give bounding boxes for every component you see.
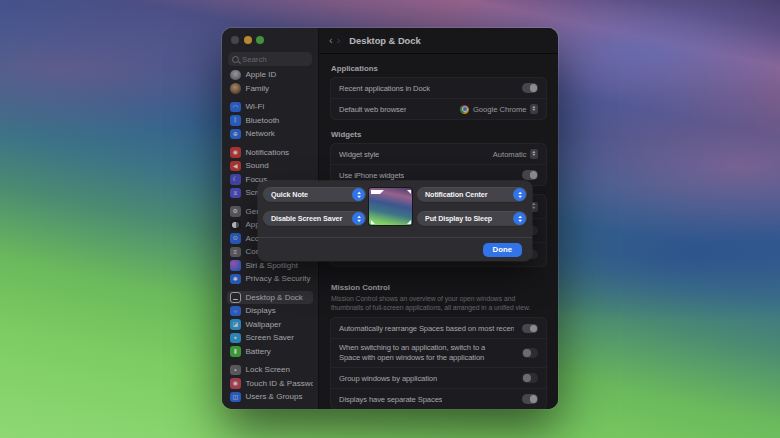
stepper-icon: ▲▼ <box>530 104 538 114</box>
stepper-icon: ▲▼ <box>513 188 526 201</box>
top-left-corner-popup[interactable]: Quick Note ▲▼ <box>264 188 365 201</box>
moon-icon: ☾ <box>230 174 241 185</box>
rearrange-spaces-toggle[interactable] <box>522 324 538 334</box>
back-icon[interactable]: ‹ <box>329 35 333 46</box>
widget-style-popup[interactable]: Automatic ▲▼ <box>493 149 538 159</box>
separate-spaces-toggle[interactable] <box>522 394 538 404</box>
wallpaper-icon: ◪ <box>230 319 241 330</box>
chrome-icon <box>460 105 469 114</box>
widgets-section-title: Widgets <box>331 130 546 139</box>
wifi-icon: ◠ <box>230 102 241 113</box>
mission-control-card: Automatically rearrange Spaces based on … <box>330 317 547 409</box>
stepper-icon: ▲▼ <box>530 149 538 159</box>
zoom-button[interactable] <box>256 36 264 44</box>
sidebar-item-wallpaper[interactable]: ◪ Wallpaper <box>227 318 313 332</box>
lock-icon: ▪ <box>230 365 241 376</box>
corner-marker-icon <box>371 220 375 224</box>
top-right-corner-popup[interactable]: Notification Center ▲▼ <box>418 188 526 201</box>
fingerprint-icon: ◉ <box>230 378 241 389</box>
stepper-icon: ▲▼ <box>352 212 365 225</box>
sidebar-item-desktop-dock[interactable]: Desktop & Dock <box>227 291 313 305</box>
widgets-card: Widget style Automatic ▲▼ Use iPhone wid… <box>330 143 547 186</box>
separate-spaces-row: Displays have separate Spaces <box>331 388 546 409</box>
sidebar-item-lock-screen[interactable]: ▪ Lock Screen <box>227 363 313 377</box>
accessibility-icon: ⊙ <box>230 233 241 244</box>
iphone-widgets-toggle[interactable] <box>522 170 538 180</box>
hand-icon: ✱ <box>230 274 241 285</box>
mission-control-description: Mission Control shows an overview of you… <box>331 294 546 312</box>
appearance-icon <box>230 220 241 231</box>
forward-icon[interactable]: › <box>337 35 341 46</box>
sidebar-item-notifications[interactable]: ◉ Notifications <box>227 146 313 160</box>
family-avatar <box>230 83 241 94</box>
sidebar-item-bluetooth[interactable]: ᛒ Bluetooth <box>227 114 313 128</box>
speaker-icon: ◀ <box>230 161 241 172</box>
sheet-divider <box>258 237 532 238</box>
sidebar-item-privacy[interactable]: ✱ Privacy & Security <box>227 272 313 286</box>
sidebar-item-screen-saver[interactable]: ✦ Screen Saver <box>227 331 313 345</box>
recent-apps-row: Recent applications in Dock <box>331 78 546 98</box>
minimize-button[interactable] <box>244 36 252 44</box>
system-settings-window: Apple ID Family ◠ Wi-Fi ᛒ Bluetooth ⊕ Ne… <box>222 28 558 409</box>
sidebar-item-passwords[interactable]: ✳ Passwords <box>227 409 313 410</box>
corner-marker-icon <box>407 190 411 194</box>
control-center-icon: ≡ <box>230 247 241 258</box>
hourglass-icon: ⧖ <box>230 188 241 199</box>
desktop-dock-icon <box>230 292 241 303</box>
sidebar-search <box>228 52 312 66</box>
bell-icon: ◉ <box>230 147 241 158</box>
recent-apps-toggle[interactable] <box>522 83 538 93</box>
page-title: Desktop & Dock <box>349 36 420 46</box>
applications-section-title: Applications <box>331 64 546 73</box>
search-input[interactable] <box>242 55 308 64</box>
screensaver-icon: ✦ <box>230 333 241 344</box>
widget-style-row: Widget style Automatic ▲▼ <box>331 144 546 164</box>
users-icon: ◫ <box>230 392 241 403</box>
bluetooth-icon: ᛒ <box>230 115 241 126</box>
rearrange-spaces-row: Automatically rearrange Spaces based on … <box>331 318 546 338</box>
switch-space-toggle[interactable] <box>522 348 538 358</box>
apple-id-avatar <box>230 70 241 81</box>
hot-corners-dialog: Quick Note ▲▼ Notification Center ▲▼ Dis… <box>258 181 532 261</box>
group-windows-row: Group windows by application <box>331 367 546 388</box>
gear-icon: ⚙ <box>230 206 241 217</box>
stepper-icon: ▲▼ <box>352 188 365 201</box>
mission-control-title: Mission Control <box>331 283 546 292</box>
search-icon <box>232 56 239 63</box>
corner-marker-icon <box>371 190 384 202</box>
wallpaper-preview <box>369 188 412 225</box>
default-browser-popup[interactable]: Google Chrome ▲▼ <box>460 104 538 114</box>
sidebar-item-touch-id[interactable]: ◉ Touch ID & Password <box>227 377 313 391</box>
close-button[interactable] <box>231 36 239 44</box>
bottom-left-corner-popup[interactable]: Disable Screen Saver ▲▼ <box>264 212 365 225</box>
bottom-right-corner-popup[interactable]: Put Display to Sleep ▲▼ <box>418 212 526 225</box>
applications-card: Recent applications in Dock Default web … <box>330 77 547 120</box>
sidebar-item-family[interactable]: Family <box>227 82 313 96</box>
default-browser-row: Default web browser Google Chrome ▲▼ <box>331 98 546 119</box>
sidebar-item-network[interactable]: ⊕ Network <box>227 127 313 141</box>
sidebar-item-users-groups[interactable]: ◫ Users & Groups <box>227 390 313 404</box>
traffic-lights <box>222 28 318 44</box>
corner-marker-icon <box>407 220 411 224</box>
sidebar-item-battery[interactable]: ▮ Battery <box>227 345 313 359</box>
group-windows-toggle[interactable] <box>522 373 538 383</box>
battery-icon: ▮ <box>230 346 241 357</box>
switch-space-row: When switching to an application, switch… <box>331 338 546 367</box>
sidebar-item-apple-id[interactable]: Apple ID <box>227 68 313 82</box>
siri-icon <box>230 260 241 271</box>
sidebar-item-wifi[interactable]: ◠ Wi-Fi <box>227 100 313 114</box>
stepper-icon: ▲▼ <box>513 212 526 225</box>
main-header: ‹ › Desktop & Dock <box>319 28 558 54</box>
display-icon: ☼ <box>230 306 241 317</box>
done-button[interactable]: Done <box>483 243 523 257</box>
globe-icon: ⊕ <box>230 129 241 140</box>
sidebar-item-sound[interactable]: ◀ Sound <box>227 159 313 173</box>
sidebar-item-displays[interactable]: ☼ Displays <box>227 304 313 318</box>
